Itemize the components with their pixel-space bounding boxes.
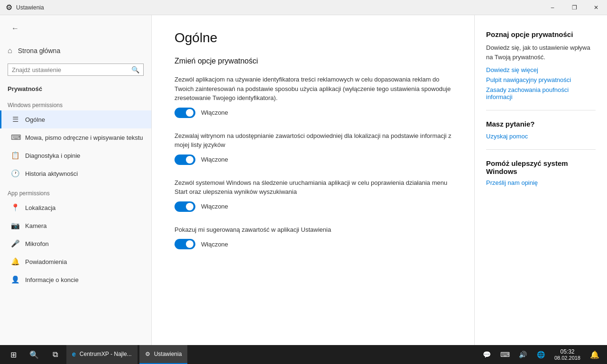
sidebar-top: ← xyxy=(0,15,151,42)
setting-tracking: Zezwól systemowi Windows na śledzenie ur… xyxy=(175,178,451,212)
home-label: Strona główna xyxy=(18,47,61,55)
tracking-toggle-label: Włączone xyxy=(201,203,228,210)
kamera-label: Kamera xyxy=(25,222,47,229)
sidebar-item-informacje[interactable]: 👤 Informacje o koncie xyxy=(0,271,151,289)
minimize-button[interactable]: – xyxy=(542,0,563,15)
search-icon: 🔍 xyxy=(131,66,139,73)
sidebar-item-ogolne[interactable]: ☰ Ogólne xyxy=(0,110,151,128)
section-title: Zmień opcje prywatności xyxy=(175,57,451,65)
learn-more-title: Poznaj opcje prywatności xyxy=(486,30,596,38)
link-help[interactable]: Uzyskaj pomoc xyxy=(486,133,596,140)
informacje-label: Informacje o koncie xyxy=(25,276,79,283)
informacje-icon: 👤 xyxy=(11,275,19,284)
chat-icon[interactable]: 💬 xyxy=(479,345,495,364)
explorer-label: CentrumXP - Najle... xyxy=(80,351,132,357)
privacy-section-header: Prywatność xyxy=(0,80,151,94)
sidebar-item-diagnostyka[interactable]: 📋 Diagnostyka i opinie xyxy=(0,146,151,164)
suggestions-toggle[interactable] xyxy=(175,239,195,249)
windows-permissions-header: Windows permissions xyxy=(0,94,151,110)
tracking-toggle-row: Włączone xyxy=(175,201,451,212)
system-clock[interactable]: 05:32 08.02.2018 xyxy=(552,345,583,364)
content-area: Ogólne Zmień opcje prywatności Zezwól ap… xyxy=(152,15,474,345)
taskbar-right: 💬 ⌨ 🔊 🌐 05:32 08.02.2018 🔔 xyxy=(479,345,603,364)
ads-toggle-label: Włączone xyxy=(201,109,228,116)
powiadomienia-icon: 🔔 xyxy=(11,257,19,266)
sidebar-item-mowa[interactable]: ⌨ Mowa, pismo odręczne i wpisywanie teks… xyxy=(0,128,151,146)
link-dowiedz[interactable]: Dowiedz się więcej xyxy=(486,66,596,73)
taskbar-app-explorer[interactable]: e CentrumXP - Najle... xyxy=(66,345,138,364)
clock-date: 08.02.2018 xyxy=(554,355,580,361)
diagnostyka-icon: 📋 xyxy=(11,151,19,160)
link-pulpit[interactable]: Pulpit nawigacyjny prywatności xyxy=(486,76,596,83)
close-button[interactable]: ✕ xyxy=(585,0,607,15)
volume-icon[interactable]: 🔊 xyxy=(515,345,531,364)
link-zasady[interactable]: Zasady zachowania poufności informacji xyxy=(486,86,596,100)
title-bar-title: Ustawienia xyxy=(16,4,44,11)
learn-more-text: Dowiedz się, jak to ustawienie wpływa na… xyxy=(486,43,596,62)
restore-button[interactable]: ❐ xyxy=(563,0,585,15)
explorer-icon: e xyxy=(72,350,76,358)
sidebar-item-mikrofon[interactable]: 🎤 Mikrofon xyxy=(0,235,151,253)
setting-suggestions: Pokazuj mi sugerowaną zawartość w aplika… xyxy=(175,225,451,250)
sidebar-item-historia[interactable]: 🕐 Historia aktywności xyxy=(0,164,151,182)
language-toggle-row: Włączone xyxy=(175,155,451,165)
main-layout: ← ⌂ Strona główna 🔍 Prywatność Windows p… xyxy=(0,15,607,345)
suggestions-toggle-row: Włączone xyxy=(175,239,451,249)
app-icon: ⚙ xyxy=(6,3,12,12)
mowa-icon: ⌨ xyxy=(11,133,19,142)
settings-label: Ustawienia xyxy=(154,351,182,357)
title-bar-left: ⚙ Ustawienia xyxy=(6,3,44,12)
right-panel: Poznaj opcje prywatności Dowiedz się, ja… xyxy=(474,15,607,345)
kamera-icon: 📷 xyxy=(11,221,19,230)
taskbar: ⊞ 🔍 ⧉ e CentrumXP - Najle... ⚙ Ustawieni… xyxy=(0,345,607,364)
mikrofon-label: Mikrofon xyxy=(25,240,49,247)
right-divider-2 xyxy=(486,149,596,150)
page-title: Ogólne xyxy=(175,30,451,46)
ads-toggle-row: Włączone xyxy=(175,108,451,118)
back-button[interactable]: ← xyxy=(8,21,23,36)
setting-ads: Zezwól aplikacjom na używanie identyfika… xyxy=(175,75,451,118)
ads-description: Zezwól aplikacjom na używanie identyfika… xyxy=(175,75,451,103)
title-bar-controls: – ❐ ✕ xyxy=(542,0,607,15)
lokalizacja-label: Lokalizacja xyxy=(25,204,55,211)
suggestions-description: Pokazuj mi sugerowaną zawartość w aplika… xyxy=(175,225,451,235)
network-icon[interactable]: 🌐 xyxy=(533,345,549,364)
ads-toggle[interactable] xyxy=(175,108,195,118)
task-view-button[interactable]: ⧉ xyxy=(46,345,64,364)
lokalizacja-icon: 📍 xyxy=(11,203,19,212)
app-permissions-header: App permissions xyxy=(0,182,151,199)
search-box: 🔍 xyxy=(8,64,144,76)
mowa-label: Mowa, pismo odręczne i wpisywanie tekstu xyxy=(25,134,143,141)
language-toggle-label: Włączone xyxy=(201,156,228,163)
language-description: Zezwalaj witrynom na udostępnianie zawar… xyxy=(175,131,451,150)
ogolne-label: Ogólne xyxy=(25,116,45,123)
taskbar-left: ⊞ 🔍 ⧉ e CentrumXP - Najle... ⚙ Ustawieni… xyxy=(4,345,187,364)
title-bar: ⚙ Ustawienia – ❐ ✕ xyxy=(0,0,607,15)
settings-icon: ⚙ xyxy=(145,351,150,357)
help-title: Masz pytanie? xyxy=(486,120,596,128)
ogolne-icon: ☰ xyxy=(11,115,19,124)
sidebar: ← ⌂ Strona główna 🔍 Prywatność Windows p… xyxy=(0,15,152,345)
powiadomienia-label: Powiadomienia xyxy=(25,258,67,265)
start-button[interactable]: ⊞ xyxy=(4,345,23,364)
historia-label: Historia aktywności xyxy=(25,170,78,177)
language-toggle[interactable] xyxy=(175,155,195,165)
taskbar-app-settings[interactable]: ⚙ Ustawienia xyxy=(139,345,188,364)
link-improve[interactable]: Prześlij nam opinię xyxy=(486,179,596,186)
setting-language: Zezwalaj witrynom na udostępnianie zawar… xyxy=(175,131,451,165)
suggestions-toggle-label: Włączone xyxy=(201,241,228,248)
search-input[interactable] xyxy=(12,66,129,73)
search-button[interactable]: 🔍 xyxy=(25,345,44,364)
sidebar-item-home[interactable]: ⌂ Strona główna xyxy=(0,42,151,60)
sidebar-item-lokalizacja[interactable]: 📍 Lokalizacja xyxy=(0,199,151,217)
sidebar-item-powiadomienia[interactable]: 🔔 Powiadomienia xyxy=(0,253,151,271)
improve-title: Pomóż ulepszyć system Windows xyxy=(486,159,596,175)
tracking-toggle[interactable] xyxy=(175,201,195,212)
diagnostyka-label: Diagnostyka i opinie xyxy=(25,152,80,159)
sidebar-item-kamera[interactable]: 📷 Kamera xyxy=(0,217,151,235)
historia-icon: 🕐 xyxy=(11,169,19,178)
keyboard-icon[interactable]: ⌨ xyxy=(497,345,513,364)
mikrofon-icon: 🎤 xyxy=(11,239,19,248)
home-icon: ⌂ xyxy=(8,46,12,55)
notification-icon[interactable]: 🔔 xyxy=(586,345,603,364)
